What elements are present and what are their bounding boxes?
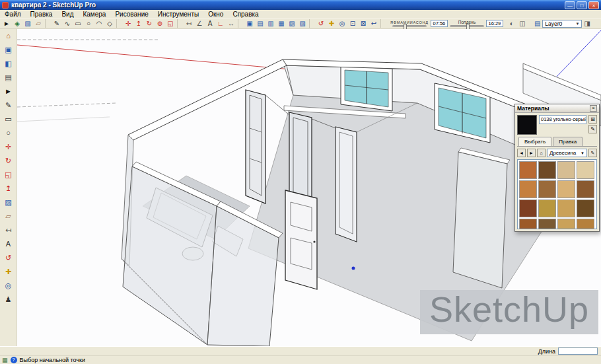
view-back-icon[interactable]: ▧ [287,18,297,28]
close-button[interactable]: × [588,1,599,9]
view-iso-icon[interactable]: ▣ [244,18,255,28]
wood-swatch-16[interactable] [577,219,594,229]
shadow-settings-icon[interactable]: ◫ [517,18,528,28]
pan-tool-icon[interactable]: ✚ [2,266,15,277]
rotate-tool-icon[interactable]: ↻ [144,18,155,28]
orbit-tool-icon[interactable]: ↺ [2,252,15,264]
measurement-input[interactable] [558,347,598,355]
menu-help[interactable]: Справка [228,10,263,18]
model-viewport[interactable]: SketchUp [17,29,601,346]
top-view-icon[interactable]: ▣ [2,44,15,55]
axes-tool-icon[interactable]: ∟ [215,18,226,28]
text-tool-icon[interactable]: A [2,238,15,250]
materials-forward-button[interactable]: ► [527,149,536,157]
rectangle-tool-icon[interactable]: ▭ [2,114,15,125]
edit-material-button[interactable]: ✎ [588,125,597,133]
maximize-button[interactable]: □ [577,1,587,9]
menu-view[interactable]: Вид [57,10,78,18]
zoom-tool-icon[interactable]: ◎ [337,18,347,28]
front-view-icon[interactable]: ◧ [2,58,15,69]
zoom-window-icon[interactable]: ⊡ [347,18,358,28]
view-front-icon[interactable]: ▥ [265,18,276,28]
push-pull-tool-icon[interactable]: ↥ [2,183,15,194]
wood-swatch-2[interactable] [538,161,556,179]
rectangle-tool-icon[interactable]: ▭ [73,18,83,28]
materials-back-button[interactable]: ◄ [517,149,526,157]
protractor-icon[interactable]: ∠ [194,18,205,28]
paint-bucket-icon[interactable]: ▨ [22,18,33,28]
material-category-dropdown[interactable]: Древесина ▼ [547,149,587,157]
menu-draw[interactable]: Рисование [110,10,153,18]
wood-swatch-12[interactable] [577,200,594,217]
shadows-toggle-icon[interactable]: ◐ [507,18,517,28]
menu-file[interactable]: Файл [0,10,26,18]
make-component-icon[interactable]: ◈ [12,18,22,28]
wood-swatch-4[interactable] [577,161,594,179]
help-icon[interactable]: ? [11,357,17,363]
view-right-icon[interactable]: ▦ [276,18,287,28]
menu-tools[interactable]: Инструменты [153,10,203,18]
wood-swatch-14[interactable] [538,219,556,229]
walk-tool-icon[interactable]: ♟ [2,294,15,305]
wood-swatch-11[interactable] [557,200,575,217]
previous-view-icon[interactable]: ↩ [369,18,379,28]
materials-panel-titlebar[interactable]: Материалы × [515,104,599,113]
move-tool-icon[interactable]: ✛ [2,141,15,153]
polygon-tool-icon[interactable]: ◇ [104,18,115,28]
layer-dropdown[interactable]: Layer0 ▼ [542,20,582,28]
shadow-end-time[interactable]: 16:29 [486,20,503,27]
tape-measure-icon[interactable]: ↤ [2,225,15,236]
shadow-date-slider[interactable] [392,25,427,27]
scale-tool-icon[interactable]: ◱ [165,18,176,28]
materials-close-icon[interactable]: × [590,105,597,112]
tape-measure-icon[interactable]: ↤ [184,18,194,28]
pan-tool-icon[interactable]: ✚ [326,18,337,28]
iso-view-icon[interactable]: ⌂ [2,30,15,42]
move-tool-icon[interactable]: ✛ [123,18,133,28]
orbit-tool-icon[interactable]: ↺ [316,18,326,28]
materials-home-button[interactable]: ⌂ [537,149,546,157]
material-name-field[interactable]: 0138 угольно-серый [539,115,586,124]
wood-swatch-1[interactable] [519,161,537,179]
wood-swatch-3[interactable] [557,161,575,179]
offset-tool-icon[interactable]: ⊚ [155,18,165,28]
section-plane-icon[interactable]: ▤ [2,72,15,83]
shadow-start-time[interactable]: 07:56 [431,20,448,27]
minimize-button[interactable]: — [565,1,575,9]
wood-swatch-7[interactable] [557,180,575,198]
wood-swatch-8[interactable] [577,180,594,198]
select-tool-icon[interactable]: ► [2,86,15,97]
wood-swatch-13[interactable] [519,219,537,229]
menu-edit[interactable]: Правка [26,10,57,18]
add-location-icon[interactable]: ⊞ [598,18,601,28]
arc-tool-icon[interactable]: ◠ [94,18,104,28]
line-tool-icon[interactable]: ✎ [2,100,15,111]
dimension-tool-icon[interactable]: ↔ [226,18,236,28]
create-material-button[interactable]: ⊞ [588,115,597,124]
push-pull-tool-icon[interactable]: ↥ [133,18,144,28]
rotate-tool-icon[interactable]: ↻ [2,155,15,166]
text-tool-icon[interactable]: A [205,18,215,28]
paint-bucket-icon[interactable]: ▨ [2,197,15,208]
wood-swatch-9[interactable] [519,200,537,217]
scale-tool-icon[interactable]: ◱ [2,169,15,180]
shadow-time-slider[interactable] [450,25,484,27]
wood-swatch-10[interactable] [538,200,556,217]
zoom-extents-icon[interactable]: ⊠ [358,18,369,28]
eraser-tool-icon[interactable]: ▱ [2,211,15,222]
wood-swatch-6[interactable] [538,180,556,198]
view-top-icon[interactable]: ▤ [255,18,265,28]
select-tool-icon[interactable]: ► [1,18,12,28]
circle-tool-icon[interactable]: ○ [2,127,15,139]
sample-paint-button[interactable]: ✎ [588,149,597,157]
materials-tab-select[interactable]: Выбрать [518,137,551,146]
line-tool-icon[interactable]: ✎ [52,18,62,28]
layer-manager-icon[interactable]: ◨ [584,20,590,27]
eraser-tool-icon[interactable]: ▱ [33,18,44,28]
view-left-icon[interactable]: ▨ [297,18,308,28]
zoom-tool-icon[interactable]: ◎ [2,280,15,291]
wood-swatch-15[interactable] [557,219,575,229]
wood-swatch-5[interactable] [519,180,537,198]
freehand-tool-icon[interactable]: ∿ [62,18,73,28]
menu-camera[interactable]: Камера [78,10,110,18]
